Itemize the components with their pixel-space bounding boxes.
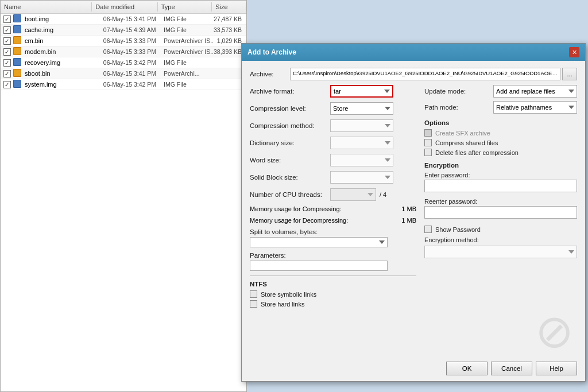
- show-password-checkbox[interactable]: [424, 226, 432, 233]
- file-row[interactable]: system.img06-May-15 3:42 PMIMG File: [1, 79, 246, 90]
- file-name: cm.bin: [24, 37, 103, 44]
- file-checkbox[interactable]: [1, 59, 13, 67]
- split-label: Split to volumes, bytes:: [250, 228, 318, 235]
- enter-pass-label: Enter password:: [424, 172, 577, 178]
- file-row[interactable]: cm.bin06-May-15 3:33 PMPowerArchiver IS.…: [1, 36, 246, 46]
- file-size: 33,573 KB: [213, 26, 246, 33]
- delete-after-checkbox[interactable]: [424, 149, 432, 156]
- file-checkbox[interactable]: [1, 15, 13, 23]
- solid-block-row: Solid Block size:: [250, 171, 416, 184]
- file-icon: [13, 47, 24, 56]
- file-size: 27,487 KB: [213, 15, 246, 22]
- comp-method-select[interactable]: [330, 119, 393, 132]
- split-row: Split to volumes, bytes:: [250, 228, 416, 247]
- reenter-pass-group: Reenter password:: [424, 198, 577, 222]
- file-row[interactable]: sboot.bin06-May-15 3:41 PMPowerArchi...: [1, 68, 246, 79]
- file-type: IMG File: [164, 15, 213, 22]
- dialog-body: Archive: C:\Users\Inspiron\Desktop\G925I…: [242, 61, 585, 317]
- path-mode-select[interactable]: Relative pathnames Absolute pathnames No…: [493, 101, 577, 114]
- store-hardlinks-row: Store hard links: [250, 300, 416, 308]
- file-icon: [13, 14, 24, 24]
- split-select[interactable]: [250, 237, 388, 247]
- reenter-password-input[interactable]: [424, 206, 577, 219]
- cpu-count: / 4: [380, 191, 386, 198]
- file-date: 06-May-15 3:41 PM: [103, 70, 164, 77]
- file-list-panel: Name Date modified Type Size boot.img06-…: [0, 0, 247, 392]
- file-row[interactable]: boot.img06-May-15 3:41 PMIMG File27,487 …: [1, 14, 246, 25]
- file-row[interactable]: recovery.img06-May-15 3:42 PMIMG File: [1, 57, 246, 68]
- col-name: Name: [1, 2, 92, 11]
- file-type: IMG File: [164, 26, 213, 33]
- cancel-button[interactable]: Cancel: [491, 362, 532, 375]
- show-password-row: Show Password: [424, 226, 577, 233]
- format-label: Archive format:: [250, 88, 330, 95]
- mem-compress-value: 1 MB: [401, 205, 416, 212]
- enc-method-label: Encryption method:: [424, 236, 577, 243]
- path-mode-label: Path mode:: [424, 104, 493, 111]
- create-sfx-label: Create SFX archive: [435, 130, 490, 137]
- file-date: 06-May-15 3:33 PM: [103, 48, 164, 55]
- update-mode-row: Update mode: Add and replace files Updat…: [424, 85, 577, 98]
- store-symlinks-label: Store symbolic links: [261, 291, 316, 298]
- dialog-close-button[interactable]: ✕: [569, 47, 579, 57]
- file-checkbox[interactable]: [1, 81, 13, 88]
- mem-compress-label: Memory usage for Compressing:: [250, 205, 342, 212]
- file-type: IMG File: [164, 59, 213, 66]
- enc-method-select[interactable]: [424, 246, 577, 258]
- col-date: Date modified: [92, 2, 157, 11]
- create-sfx-row: Create SFX archive: [424, 129, 577, 137]
- file-list-header: Name Date modified Type Size: [1, 1, 246, 14]
- file-checkbox[interactable]: [1, 37, 13, 45]
- cpu-threads-label: Number of CPU threads:: [250, 191, 330, 198]
- create-sfx-checkbox[interactable]: [424, 129, 432, 137]
- file-checkbox[interactable]: [1, 48, 13, 56]
- cpu-threads-row: Number of CPU threads: / 4: [250, 188, 416, 201]
- file-icon: [13, 69, 24, 78]
- compression-select[interactable]: Store Fastest Normal: [330, 102, 393, 115]
- dialog-title: Add to Archive: [247, 48, 296, 56]
- mem-decompress-row: Memory usage for Decompressing: 1 MB: [250, 217, 416, 224]
- file-icon: [13, 58, 24, 67]
- update-mode-select[interactable]: Add and replace files Update and add fil…: [493, 85, 577, 98]
- mem-compress-row: Memory usage for Compressing: 1 MB: [250, 205, 416, 212]
- options-title: Options: [424, 119, 577, 126]
- solid-block-label: Solid Block size:: [250, 174, 330, 181]
- file-row[interactable]: cache.img07-May-15 4:39 AMIMG File33,573…: [1, 25, 246, 36]
- col-size: Size: [212, 2, 246, 11]
- file-checkbox[interactable]: [1, 70, 13, 77]
- file-date: 06-May-15 3:41 PM: [103, 15, 164, 22]
- params-row: Parameters:: [250, 252, 416, 271]
- store-symlinks-checkbox[interactable]: [250, 290, 257, 298]
- file-icon: [13, 25, 24, 34]
- file-checkbox[interactable]: [1, 26, 13, 34]
- file-type: IMG File: [164, 81, 213, 88]
- compress-shared-checkbox[interactable]: [424, 139, 432, 146]
- delete-after-label: Delete files after compression: [435, 149, 519, 156]
- format-select[interactable]: tar zip 7z: [330, 85, 393, 98]
- file-type: PowerArchi...: [164, 70, 213, 77]
- file-row[interactable]: modem.bin06-May-15 3:33 PMPowerArchiver …: [1, 46, 246, 57]
- enter-pass-group: Enter password:: [424, 172, 577, 196]
- dialog-footer: OK Cancel Help: [446, 362, 577, 375]
- file-type: PowerArchiver IS...: [164, 37, 213, 44]
- mem-decompress-value: 1 MB: [401, 217, 416, 224]
- dict-size-select[interactable]: [330, 137, 393, 149]
- params-input[interactable]: [250, 261, 388, 271]
- word-size-select[interactable]: [330, 154, 393, 166]
- file-type: PowerArchiver IS...: [164, 48, 213, 55]
- store-hardlinks-checkbox[interactable]: [250, 300, 257, 308]
- compress-shared-row: Compress shared files: [424, 139, 577, 146]
- enc-method-group: Encryption method:: [424, 236, 577, 258]
- dict-size-row: Dictionary size:: [250, 137, 416, 149]
- file-name: boot.img: [24, 15, 103, 22]
- cpu-threads-select[interactable]: [330, 188, 376, 201]
- file-date: 06-May-15 3:42 PM: [103, 81, 164, 88]
- format-row: Archive format: tar zip 7z: [250, 85, 416, 98]
- ok-button[interactable]: OK: [446, 362, 488, 375]
- reenter-pass-label: Reenter password:: [424, 198, 577, 205]
- enter-password-input[interactable]: [424, 180, 577, 192]
- solid-block-select[interactable]: [330, 171, 393, 184]
- store-hardlinks-label: Store hard links: [261, 301, 304, 308]
- help-button[interactable]: Help: [536, 362, 577, 375]
- browse-button[interactable]: ...: [562, 68, 577, 80]
